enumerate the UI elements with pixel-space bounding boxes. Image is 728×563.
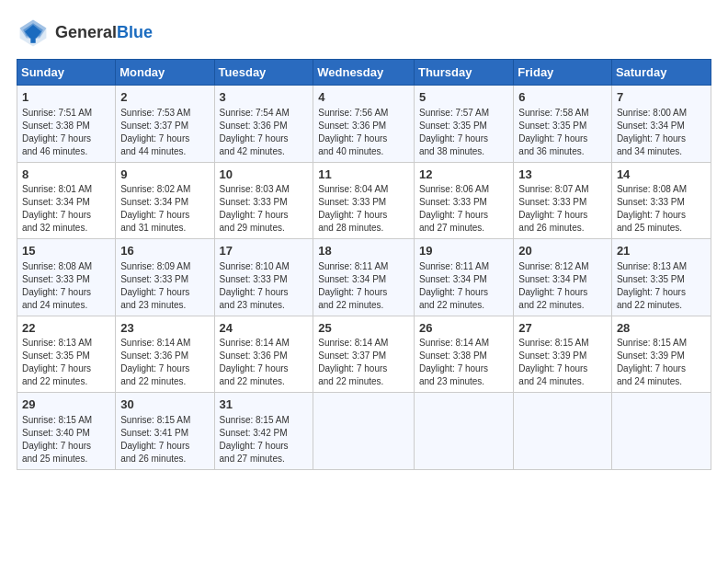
day-info: Sunrise: 8:08 AM Sunset: 3:33 PM Dayligh…	[617, 183, 706, 235]
day-info: Sunrise: 8:04 AM Sunset: 3:33 PM Dayligh…	[318, 183, 409, 235]
day-info: Sunrise: 8:10 AM Sunset: 3:33 PM Dayligh…	[220, 260, 309, 312]
day-number: 19	[419, 243, 508, 259]
calendar-cell: 2Sunrise: 7:53 AM Sunset: 3:37 PM Daylig…	[116, 86, 214, 163]
day-info: Sunrise: 8:01 AM Sunset: 3:34 PM Dayligh…	[22, 183, 110, 235]
day-info: Sunrise: 7:58 AM Sunset: 3:35 PM Dayligh…	[518, 107, 607, 158]
day-number: 27	[518, 320, 607, 337]
calendar-cell: 19Sunrise: 8:11 AM Sunset: 3:34 PM Dayli…	[414, 239, 513, 316]
day-info: Sunrise: 8:14 AM Sunset: 3:37 PM Dayligh…	[318, 337, 409, 388]
weekday-header-monday: Monday	[116, 60, 214, 86]
day-number: 16	[120, 243, 209, 259]
calendar-cell: 4Sunrise: 7:56 AM Sunset: 3:36 PM Daylig…	[313, 86, 415, 163]
day-number: 26	[419, 320, 508, 337]
calendar-cell: 17Sunrise: 8:10 AM Sunset: 3:33 PM Dayli…	[214, 239, 313, 316]
weekday-header-friday: Friday	[514, 60, 612, 86]
calendar-week-3: 15Sunrise: 8:08 AM Sunset: 3:33 PM Dayli…	[17, 239, 711, 316]
day-number: 22	[22, 320, 110, 337]
calendar-cell: 12Sunrise: 8:06 AM Sunset: 3:33 PM Dayli…	[414, 162, 513, 239]
calendar-cell: 1Sunrise: 7:51 AM Sunset: 3:38 PM Daylig…	[17, 86, 116, 163]
calendar-cell: 15Sunrise: 8:08 AM Sunset: 3:33 PM Dayli…	[17, 239, 116, 316]
day-number: 21	[617, 243, 706, 259]
day-number: 12	[419, 167, 508, 183]
day-number: 8	[22, 167, 110, 183]
calendar-cell	[313, 393, 415, 470]
day-info: Sunrise: 8:06 AM Sunset: 3:33 PM Dayligh…	[419, 183, 508, 235]
day-number: 7	[617, 89, 706, 106]
day-info: Sunrise: 8:13 AM Sunset: 3:35 PM Dayligh…	[617, 260, 706, 312]
day-info: Sunrise: 7:51 AM Sunset: 3:38 PM Dayligh…	[22, 107, 110, 158]
logo: GeneralBlue	[17, 17, 153, 50]
day-info: Sunrise: 8:14 AM Sunset: 3:36 PM Dayligh…	[120, 337, 209, 388]
day-info: Sunrise: 8:02 AM Sunset: 3:34 PM Dayligh…	[120, 183, 209, 235]
page: GeneralBlue SundayMondayTuesdayWednesday…	[0, 0, 728, 481]
day-number: 15	[22, 243, 110, 259]
calendar-cell: 13Sunrise: 8:07 AM Sunset: 3:33 PM Dayli…	[514, 162, 612, 239]
calendar-cell: 3Sunrise: 7:54 AM Sunset: 3:36 PM Daylig…	[214, 86, 313, 163]
calendar-cell	[611, 393, 711, 470]
day-info: Sunrise: 8:15 AM Sunset: 3:39 PM Dayligh…	[518, 337, 607, 388]
day-info: Sunrise: 8:13 AM Sunset: 3:35 PM Dayligh…	[22, 337, 110, 388]
calendar-cell: 11Sunrise: 8:04 AM Sunset: 3:33 PM Dayli…	[313, 162, 415, 239]
calendar-cell: 22Sunrise: 8:13 AM Sunset: 3:35 PM Dayli…	[17, 316, 116, 393]
day-number: 9	[120, 167, 209, 183]
day-info: Sunrise: 8:15 AM Sunset: 3:42 PM Dayligh…	[220, 414, 309, 465]
day-info: Sunrise: 8:09 AM Sunset: 3:33 PM Dayligh…	[120, 260, 209, 312]
day-info: Sunrise: 8:11 AM Sunset: 3:34 PM Dayligh…	[419, 260, 508, 312]
day-info: Sunrise: 8:08 AM Sunset: 3:33 PM Dayligh…	[22, 260, 110, 312]
weekday-header-tuesday: Tuesday	[214, 60, 313, 86]
calendar-cell	[414, 393, 513, 470]
day-number: 24	[220, 320, 309, 337]
day-number: 1	[22, 89, 110, 106]
day-number: 31	[220, 396, 309, 413]
day-info: Sunrise: 8:00 AM Sunset: 3:34 PM Dayligh…	[617, 107, 706, 158]
calendar-cell: 10Sunrise: 8:03 AM Sunset: 3:33 PM Dayli…	[214, 162, 313, 239]
day-info: Sunrise: 8:15 AM Sunset: 3:41 PM Dayligh…	[120, 414, 209, 465]
calendar-cell: 8Sunrise: 8:01 AM Sunset: 3:34 PM Daylig…	[17, 162, 116, 239]
calendar-week-2: 8Sunrise: 8:01 AM Sunset: 3:34 PM Daylig…	[17, 162, 711, 239]
day-number: 3	[220, 89, 309, 106]
calendar-cell: 31Sunrise: 8:15 AM Sunset: 3:42 PM Dayli…	[214, 393, 313, 470]
day-info: Sunrise: 8:12 AM Sunset: 3:34 PM Dayligh…	[518, 260, 607, 312]
calendar-cell: 30Sunrise: 8:15 AM Sunset: 3:41 PM Dayli…	[116, 393, 214, 470]
day-number: 13	[518, 167, 607, 183]
calendar-cell: 29Sunrise: 8:15 AM Sunset: 3:40 PM Dayli…	[17, 393, 116, 470]
calendar-cell: 26Sunrise: 8:14 AM Sunset: 3:38 PM Dayli…	[414, 316, 513, 393]
day-number: 29	[22, 396, 110, 413]
logo-blue: Blue	[117, 23, 153, 41]
logo-icon	[17, 17, 50, 50]
header: GeneralBlue	[17, 17, 711, 50]
calendar-week-1: 1Sunrise: 7:51 AM Sunset: 3:38 PM Daylig…	[17, 86, 711, 163]
calendar-cell: 14Sunrise: 8:08 AM Sunset: 3:33 PM Dayli…	[611, 162, 711, 239]
day-info: Sunrise: 7:57 AM Sunset: 3:35 PM Dayligh…	[419, 107, 508, 158]
calendar-header-row: SundayMondayTuesdayWednesdayThursdayFrid…	[17, 60, 711, 86]
day-number: 14	[617, 167, 706, 183]
day-info: Sunrise: 8:03 AM Sunset: 3:33 PM Dayligh…	[220, 183, 309, 235]
calendar-cell: 16Sunrise: 8:09 AM Sunset: 3:33 PM Dayli…	[116, 239, 214, 316]
day-info: Sunrise: 7:56 AM Sunset: 3:36 PM Dayligh…	[318, 107, 409, 158]
day-info: Sunrise: 8:11 AM Sunset: 3:34 PM Dayligh…	[318, 260, 409, 312]
calendar-cell: 7Sunrise: 8:00 AM Sunset: 3:34 PM Daylig…	[611, 86, 711, 163]
calendar-table: SundayMondayTuesdayWednesdayThursdayFrid…	[17, 59, 711, 470]
day-info: Sunrise: 7:53 AM Sunset: 3:37 PM Dayligh…	[120, 107, 209, 158]
day-number: 4	[318, 89, 409, 106]
day-number: 6	[518, 89, 607, 106]
calendar-cell: 18Sunrise: 8:11 AM Sunset: 3:34 PM Dayli…	[313, 239, 415, 316]
day-info: Sunrise: 8:15 AM Sunset: 3:39 PM Dayligh…	[617, 337, 706, 388]
day-number: 25	[318, 320, 409, 337]
calendar-week-4: 22Sunrise: 8:13 AM Sunset: 3:35 PM Dayli…	[17, 316, 711, 393]
calendar-cell: 25Sunrise: 8:14 AM Sunset: 3:37 PM Dayli…	[313, 316, 415, 393]
calendar-cell: 9Sunrise: 8:02 AM Sunset: 3:34 PM Daylig…	[116, 162, 214, 239]
day-number: 2	[120, 89, 209, 106]
calendar-week-5: 29Sunrise: 8:15 AM Sunset: 3:40 PM Dayli…	[17, 393, 711, 470]
calendar-cell: 24Sunrise: 8:14 AM Sunset: 3:36 PM Dayli…	[214, 316, 313, 393]
calendar-cell	[514, 393, 612, 470]
day-info: Sunrise: 8:14 AM Sunset: 3:36 PM Dayligh…	[220, 337, 309, 388]
calendar-cell: 28Sunrise: 8:15 AM Sunset: 3:39 PM Dayli…	[611, 316, 711, 393]
logo-general: General	[55, 23, 117, 41]
day-info: Sunrise: 7:54 AM Sunset: 3:36 PM Dayligh…	[220, 107, 309, 158]
weekday-header-wednesday: Wednesday	[313, 60, 415, 86]
calendar-cell: 5Sunrise: 7:57 AM Sunset: 3:35 PM Daylig…	[414, 86, 513, 163]
day-number: 30	[120, 396, 209, 413]
day-number: 28	[617, 320, 706, 337]
calendar-cell: 20Sunrise: 8:12 AM Sunset: 3:34 PM Dayli…	[514, 239, 612, 316]
